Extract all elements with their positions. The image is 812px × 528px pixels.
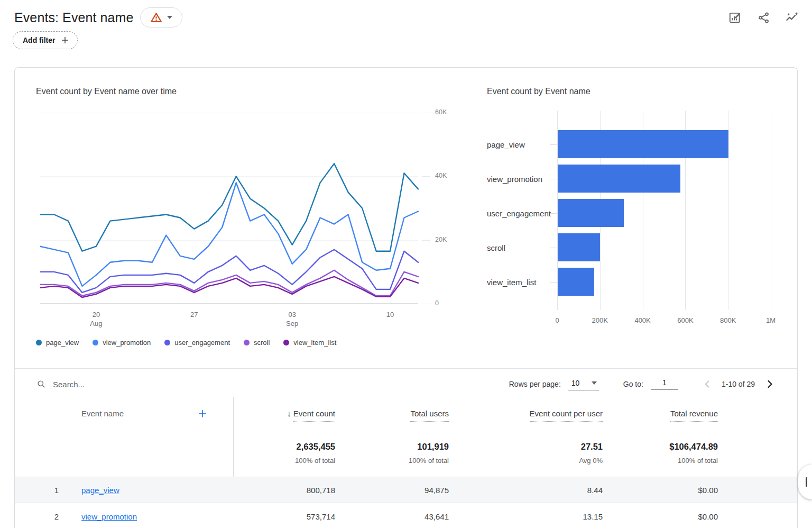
event-link-view-promotion[interactable]: view_promotion xyxy=(81,512,137,521)
divider xyxy=(15,368,797,369)
tick-mark xyxy=(550,213,557,214)
total-users-cell: 94,875 xyxy=(335,486,449,495)
warning-icon xyxy=(150,11,163,24)
x-tick-label: 200K xyxy=(583,316,617,324)
y-tick-label: 60K xyxy=(435,108,457,116)
totals-total-revenue: $106,474.89 100% of total xyxy=(603,432,718,477)
y-tick-label: 0 xyxy=(435,299,457,307)
bar-category-label: view_item_list xyxy=(487,277,555,287)
bar-scroll xyxy=(558,233,600,261)
y-tick-label: 40K xyxy=(435,172,457,179)
legend-item-view_promotion: view_promotion xyxy=(93,339,151,347)
rows-per-page-label: Rows per page: xyxy=(509,380,561,388)
next-page-button[interactable] xyxy=(762,377,777,392)
insights-button[interactable] xyxy=(785,10,799,25)
pagination: 1-10 of 29 xyxy=(700,377,777,392)
total-revenue-cell: $0.00 xyxy=(603,512,718,521)
add-dimension-button[interactable] xyxy=(194,406,211,423)
column-header-event-count-per-user[interactable]: Event count per user xyxy=(449,397,603,432)
insights-icon xyxy=(785,11,799,25)
legend-dot xyxy=(93,340,98,345)
bar-page_view xyxy=(558,130,728,158)
table-row: 2 view_promotion 573,714 43,641 13.15 $0… xyxy=(15,503,797,528)
x-tick-label: 20Aug xyxy=(79,310,113,328)
bar-category-label: view_promotion xyxy=(487,174,555,184)
add-filter-button[interactable]: Add filter xyxy=(13,31,78,49)
event-count-per-user-cell: 8.44 xyxy=(449,486,603,495)
legend-item-user_engagement: user_engagement xyxy=(164,339,230,347)
column-header-total-revenue[interactable]: Total revenue xyxy=(603,397,718,432)
event-count-cell: 573,714 xyxy=(233,512,335,521)
legend-dot xyxy=(283,340,289,345)
y-tick-label: 20K xyxy=(435,236,457,243)
column-header-event-name[interactable]: Event name xyxy=(75,397,233,432)
chevron-left-icon xyxy=(702,378,713,390)
x-tick-label: 0 xyxy=(540,316,574,324)
totals-total-users: 101,919 100% of total xyxy=(335,432,449,477)
row-number-header xyxy=(15,397,75,432)
report-header: Events: Event name xyxy=(14,6,799,29)
legend-item-page_view: page_view xyxy=(36,339,79,347)
bar-chart-title: Event count by Event name xyxy=(487,87,590,96)
x-tick-label: 800K xyxy=(711,316,745,324)
add-filter-label: Add filter xyxy=(23,36,55,44)
totals-event-count: 2,635,455 100% of total xyxy=(233,432,335,477)
bar-view_item_list xyxy=(558,268,594,296)
go-to-page-input[interactable] xyxy=(651,378,678,390)
legend-dot xyxy=(36,340,42,345)
page-title: Events: Event name xyxy=(14,10,134,25)
tick-mark xyxy=(550,248,557,248)
x-tick-label: 03Sep xyxy=(275,310,309,328)
legend-dot xyxy=(164,340,170,345)
plus-icon xyxy=(197,408,208,419)
totals-event-count-per-user: 27.51 Avg 0% xyxy=(449,432,603,477)
chart-legend: page_viewview_promotionuser_engagementsc… xyxy=(36,339,336,347)
event-count-cell: 800,718 xyxy=(233,486,335,495)
table-header-row: Event name ↓Event count Total users Even… xyxy=(15,397,797,432)
event-link-page-view[interactable]: page_view xyxy=(81,486,119,495)
legend-item-scroll: scroll xyxy=(244,339,270,347)
gridline xyxy=(771,111,771,310)
handle-bar-icon xyxy=(806,477,807,487)
row-index: 2 xyxy=(15,512,75,521)
event-count-per-user-cell: 13.15 xyxy=(449,512,603,521)
x-tick-label: 1M xyxy=(754,316,788,324)
share-icon xyxy=(757,11,770,24)
customize-report-button[interactable] xyxy=(727,10,742,25)
tick-mark xyxy=(550,144,557,145)
table-row: 1 page_view 800,718 94,875 8.44 $0.00 xyxy=(15,477,797,503)
sort-descending-icon: ↓ xyxy=(287,409,291,418)
rows-per-page-value: 10 xyxy=(571,379,580,387)
total-users-cell: 43,641 xyxy=(335,512,449,521)
x-tick-label: 400K xyxy=(626,316,660,324)
line-chart-title: Event count by Event name over time xyxy=(36,87,177,96)
bar-category-label: user_engagement xyxy=(487,208,555,218)
table-toolbar: Rows per page: 10 Go to: 1-10 of 29 xyxy=(36,371,777,397)
go-to-label: Go to: xyxy=(623,380,643,388)
column-header-total-users[interactable]: Total users xyxy=(335,397,449,432)
insights-panel-handle[interactable] xyxy=(798,465,812,499)
share-button[interactable] xyxy=(756,10,771,25)
event-name-cell: page_view xyxy=(75,486,233,495)
filter-bar: Add filter xyxy=(13,31,78,49)
chevron-down-icon xyxy=(592,381,597,385)
search-box xyxy=(36,379,509,389)
rows-per-page-select[interactable]: 10 xyxy=(568,378,599,390)
search-input[interactable] xyxy=(53,380,211,389)
series-line-view_promotion xyxy=(40,183,418,286)
search-icon xyxy=(36,379,47,389)
tick-mark xyxy=(550,179,557,179)
column-header-event-count[interactable]: ↓Event count xyxy=(233,397,335,432)
pagination-range: 1-10 of 29 xyxy=(722,380,755,388)
total-revenue-cell: $0.00 xyxy=(603,486,718,495)
tick-mark xyxy=(550,282,557,283)
report-card: Event count by Event name over time Even… xyxy=(14,67,798,528)
bar-category-label: scroll xyxy=(487,242,555,252)
data-quality-chip[interactable] xyxy=(140,7,182,28)
event-name-cell: view_promotion xyxy=(75,512,233,521)
line-chart xyxy=(40,113,431,304)
bar-chart xyxy=(557,111,771,310)
edit-chart-icon xyxy=(728,11,742,24)
bar-view_promotion xyxy=(558,165,680,193)
x-tick-label: 27 xyxy=(177,310,211,319)
